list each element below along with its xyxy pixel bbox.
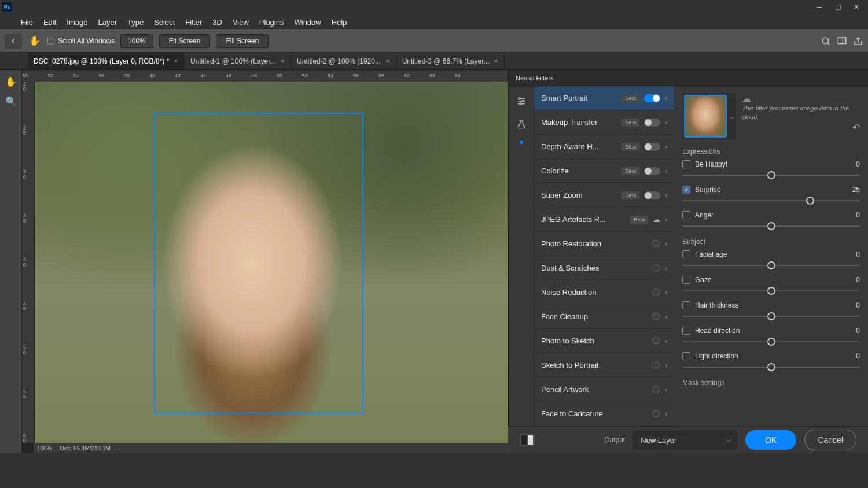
info-icon[interactable]: ⓘ xyxy=(651,239,660,249)
filter-row[interactable]: Pencil Artworkⓘ› xyxy=(534,378,674,402)
filter-toggle[interactable] xyxy=(644,119,660,127)
ok-button[interactable]: OK xyxy=(745,430,796,450)
slider-thumb[interactable] xyxy=(767,171,775,179)
filter-row[interactable]: Photo Restorationⓘ› xyxy=(534,232,674,256)
slider-checkbox[interactable] xyxy=(682,301,690,309)
output-select[interactable]: New Layer xyxy=(633,431,737,450)
menu-image[interactable]: Image xyxy=(62,16,92,28)
hand-tool-icon[interactable]: ✋ xyxy=(28,34,42,48)
slider-checkbox[interactable] xyxy=(682,250,690,258)
info-icon[interactable]: ⓘ xyxy=(651,263,660,273)
document-tab[interactable]: Untitled-3 @ 66.7% (Layer...× xyxy=(396,53,505,69)
zoom-level[interactable]: 100% xyxy=(120,34,153,48)
options-bar: ✋ Scroll All Windows 100% Fit Screen Fil… xyxy=(0,29,868,53)
close-tab-icon[interactable]: × xyxy=(494,57,499,65)
status-chevron-icon[interactable]: › xyxy=(119,445,120,452)
filter-row[interactable]: Face Cleanupⓘ› xyxy=(534,305,674,329)
minimize-button[interactable]: ─ xyxy=(810,0,829,14)
menu-3d[interactable]: 3D xyxy=(208,16,227,28)
slider-checkbox[interactable] xyxy=(682,211,690,219)
slider-checkbox[interactable] xyxy=(682,352,690,360)
close-tab-icon[interactable]: × xyxy=(385,57,390,65)
filter-row[interactable]: Sketch to Portraitⓘ› xyxy=(534,353,674,378)
slider-checkbox[interactable] xyxy=(682,276,690,284)
slider-checkbox[interactable]: ✓ xyxy=(682,186,690,194)
menu-file[interactable]: File xyxy=(16,16,38,28)
info-icon[interactable]: ⓘ xyxy=(651,409,660,419)
filter-row[interactable]: ColorizeBeta› xyxy=(534,159,674,183)
close-tab-icon[interactable]: × xyxy=(281,57,285,65)
sliders-icon[interactable] xyxy=(514,94,528,108)
slider-track[interactable] xyxy=(682,195,860,206)
filter-toggle[interactable] xyxy=(644,167,660,175)
menu-type[interactable]: Type xyxy=(123,16,148,28)
slider-thumb[interactable] xyxy=(767,338,775,346)
slider-checkbox[interactable] xyxy=(682,160,690,168)
preview-toggle[interactable] xyxy=(520,434,535,446)
filter-row[interactable]: Face to Caricatureⓘ› xyxy=(534,402,674,426)
info-icon[interactable]: ⓘ xyxy=(651,385,660,395)
document-tab[interactable]: Untitled-1 @ 100% (Layer...× xyxy=(185,53,291,69)
maximize-button[interactable]: ▢ xyxy=(829,0,847,14)
reset-icon[interactable]: ↶ xyxy=(852,122,860,133)
slider-checkbox[interactable] xyxy=(682,327,690,335)
slider-track[interactable] xyxy=(682,336,860,347)
menu-window[interactable]: Window xyxy=(289,16,325,28)
slider-track[interactable] xyxy=(682,285,860,297)
slider-track[interactable] xyxy=(682,169,860,181)
slider-thumb[interactable] xyxy=(767,287,775,295)
hand-tool[interactable]: ✋ xyxy=(3,73,19,90)
info-icon[interactable]: ⓘ xyxy=(651,336,660,346)
slider-thumb[interactable] xyxy=(767,261,775,269)
slider-track[interactable] xyxy=(682,310,860,322)
menu-view[interactable]: View xyxy=(228,16,253,28)
slider-thumb[interactable] xyxy=(767,363,775,371)
info-icon[interactable]: ⓘ xyxy=(651,360,660,371)
menu-select[interactable]: Select xyxy=(149,16,179,28)
cancel-button[interactable]: Cancel xyxy=(804,430,856,450)
scroll-all-checkbox[interactable]: Scroll All Windows xyxy=(47,37,115,45)
share-icon[interactable] xyxy=(853,36,863,46)
workspace-icon[interactable] xyxy=(837,36,847,46)
back-button[interactable] xyxy=(5,34,22,49)
menu-edit[interactable]: Edit xyxy=(39,16,61,28)
fill-screen-button[interactable]: Fill Screen xyxy=(216,34,269,48)
svg-rect-2 xyxy=(838,38,846,44)
filter-row[interactable]: Makeup TransferBeta› xyxy=(534,110,674,135)
beaker-icon[interactable] xyxy=(514,117,528,131)
info-icon[interactable]: ⓘ xyxy=(651,287,660,298)
filter-row[interactable]: Noise Reductionⓘ› xyxy=(534,280,674,305)
filter-row[interactable]: Super ZoomBeta› xyxy=(534,183,674,208)
filter-toggle[interactable] xyxy=(644,143,660,151)
canvas[interactable] xyxy=(35,82,508,443)
beta-badge: Beta xyxy=(621,191,639,199)
info-icon[interactable]: ⓘ xyxy=(651,312,660,322)
document-tab[interactable]: DSC_0278.jpg @ 100% (Layer 0, RGB/8*) *× xyxy=(28,53,185,69)
filter-row[interactable]: JPEG Artefacts R...Beta☁› xyxy=(534,208,674,232)
filter-row[interactable]: Depth-Aware H...Beta› xyxy=(534,135,674,159)
zoom-tool[interactable]: 🔍 xyxy=(3,93,19,109)
filter-row[interactable]: Smart PortraitBeta› xyxy=(534,86,674,110)
slider-track[interactable] xyxy=(682,220,860,232)
document-tabs: DSC_0278.jpg @ 100% (Layer 0, RGB/8*) *×… xyxy=(0,53,868,70)
menu-filter[interactable]: Filter xyxy=(181,16,207,28)
close-tab-icon[interactable]: × xyxy=(174,57,178,65)
slider-thumb[interactable] xyxy=(767,312,775,320)
filter-toggle[interactable] xyxy=(644,94,660,102)
menu-help[interactable]: Help xyxy=(327,16,352,28)
slider-thumb[interactable] xyxy=(806,197,814,205)
filter-toggle[interactable] xyxy=(644,191,660,199)
slider-thumb[interactable] xyxy=(767,222,775,230)
search-icon[interactable] xyxy=(821,36,831,46)
menu-plugins[interactable]: Plugins xyxy=(255,16,289,28)
document-tab[interactable]: Untitled-2 @ 100% (1920...× xyxy=(291,53,396,69)
face-selector[interactable]: ⌵ xyxy=(682,93,736,139)
filter-row[interactable]: Photo to Sketchⓘ› xyxy=(534,329,674,353)
fit-screen-button[interactable]: Fit Screen xyxy=(159,34,211,48)
slider-track[interactable] xyxy=(682,260,860,271)
close-window-button[interactable]: ✕ xyxy=(847,0,866,14)
slider-track[interactable] xyxy=(682,361,860,373)
menu-layer[interactable]: Layer xyxy=(94,16,122,28)
filter-row[interactable]: Dust & Scratchesⓘ› xyxy=(534,256,674,280)
cloud-download-icon[interactable]: ☁ xyxy=(653,215,660,224)
